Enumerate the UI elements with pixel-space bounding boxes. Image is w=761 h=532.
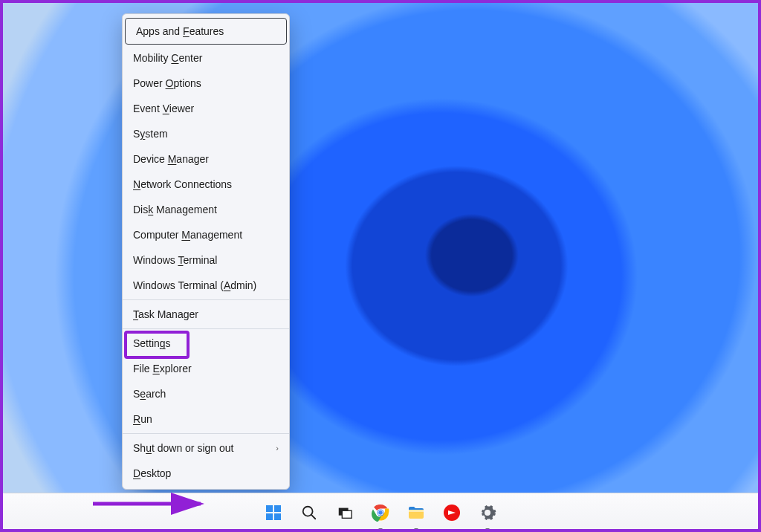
menu-item-label: Search bbox=[133, 388, 166, 400]
menu-item-settings[interactable]: Settings bbox=[123, 331, 289, 356]
menu-item-power-options[interactable]: Power Options bbox=[123, 71, 289, 96]
winx-context-menu: Apps and FeaturesMobility CenterPower Op… bbox=[122, 13, 290, 490]
menu-item-label: Desktop bbox=[133, 467, 171, 479]
svg-point-14 bbox=[485, 510, 490, 515]
menu-separator bbox=[123, 433, 289, 434]
svg-rect-1 bbox=[274, 505, 281, 512]
menu-item-windows-terminal[interactable]: Windows Terminal bbox=[123, 247, 289, 273]
svg-line-5 bbox=[311, 515, 315, 519]
windows-logo-icon bbox=[265, 504, 282, 522]
menu-separator bbox=[123, 328, 289, 329]
menu-item-apps-and-features[interactable]: Apps and Features bbox=[125, 18, 287, 45]
menu-item-label: Device Manager bbox=[133, 153, 209, 165]
menu-item-system[interactable]: System bbox=[123, 121, 289, 146]
task-view-icon bbox=[337, 505, 353, 521]
taskbar bbox=[0, 493, 761, 532]
menu-item-file-explorer[interactable]: File Explorer bbox=[123, 356, 289, 381]
svg-rect-0 bbox=[266, 505, 273, 512]
app-pinned-button[interactable] bbox=[440, 501, 464, 525]
chrome-button[interactable] bbox=[369, 501, 392, 525]
gear-icon bbox=[479, 504, 496, 522]
menu-item-shut-down-or-sign-out[interactable]: Shut down or sign out› bbox=[123, 435, 289, 461]
menu-item-label: Windows Terminal bbox=[133, 254, 217, 266]
menu-item-task-manager[interactable]: Task Manager bbox=[123, 302, 289, 327]
svg-rect-3 bbox=[274, 513, 281, 520]
red-app-icon bbox=[443, 504, 461, 522]
chrome-icon bbox=[372, 504, 389, 522]
svg-rect-2 bbox=[266, 513, 273, 520]
menu-item-label: Network Connections bbox=[133, 178, 232, 190]
desktop-wallpaper bbox=[0, 0, 761, 532]
chevron-right-icon: › bbox=[276, 444, 279, 452]
menu-item-label: System bbox=[133, 128, 168, 140]
menu-item-label: Task Manager bbox=[133, 308, 198, 320]
menu-item-windows-terminal-admin-[interactable]: Windows Terminal (Admin) bbox=[123, 273, 289, 298]
menu-item-desktop[interactable]: Desktop bbox=[123, 461, 289, 486]
menu-separator bbox=[123, 299, 289, 300]
menu-item-mobility-center[interactable]: Mobility Center bbox=[123, 45, 289, 71]
folder-icon bbox=[407, 504, 425, 522]
menu-item-label: Power Options bbox=[133, 77, 201, 89]
search-button[interactable] bbox=[297, 501, 321, 525]
menu-item-label: Apps and Features bbox=[136, 25, 224, 37]
svg-point-11 bbox=[378, 510, 383, 515]
menu-item-network-connections[interactable]: Network Connections bbox=[123, 172, 289, 197]
menu-item-label: Settings bbox=[133, 337, 171, 349]
menu-item-label: Windows Terminal (Admin) bbox=[133, 279, 256, 291]
menu-item-run[interactable]: Run bbox=[123, 406, 289, 432]
start-button[interactable] bbox=[262, 501, 285, 525]
menu-item-label: Run bbox=[133, 413, 152, 425]
settings-button[interactable] bbox=[476, 501, 499, 525]
menu-item-label: File Explorer bbox=[133, 363, 192, 374]
menu-item-search[interactable]: Search bbox=[123, 381, 289, 406]
file-explorer-button[interactable] bbox=[404, 501, 428, 525]
menu-item-disk-management[interactable]: Disk Management bbox=[123, 197, 289, 222]
menu-item-label: Shut down or sign out bbox=[133, 442, 233, 454]
svg-rect-12 bbox=[409, 510, 424, 512]
menu-item-label: Disk Management bbox=[133, 204, 217, 215]
task-view-button[interactable] bbox=[333, 501, 357, 525]
menu-item-computer-management[interactable]: Computer Management bbox=[123, 222, 289, 247]
menu-item-label: Mobility Center bbox=[133, 52, 202, 64]
menu-item-device-manager[interactable]: Device Manager bbox=[123, 146, 289, 172]
search-icon bbox=[301, 505, 317, 521]
menu-item-event-viewer[interactable]: Event Viewer bbox=[123, 96, 289, 121]
menu-item-label: Computer Management bbox=[133, 229, 242, 241]
menu-item-label: Event Viewer bbox=[133, 103, 194, 114]
svg-rect-7 bbox=[342, 510, 352, 518]
